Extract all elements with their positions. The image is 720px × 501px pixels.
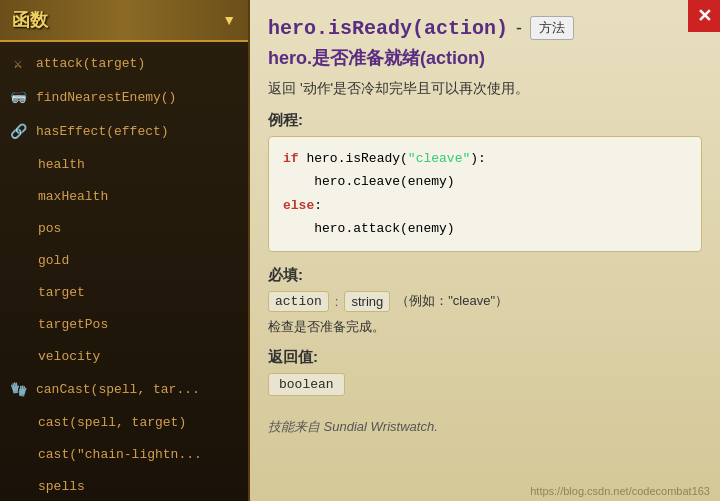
keyword-if: if — [283, 151, 299, 166]
code-line-3: else: — [283, 194, 687, 217]
sidebar-item-gold[interactable]: gold — [0, 244, 248, 276]
sidebar-item-spells[interactable]: spells — [0, 470, 248, 501]
chain-icon: 🔗 — [6, 119, 30, 143]
method-badge: 方法 — [530, 16, 574, 40]
code-line-4: hero.attack(enemy) — [283, 217, 687, 240]
code-line-1: if hero.isReady("cleave"): — [283, 147, 687, 170]
example-label: 例程: — [268, 111, 702, 130]
sidebar-label-maxHealth: maxHealth — [38, 189, 108, 204]
return-type: boolean — [268, 373, 345, 396]
required-label: 必填: — [268, 266, 702, 285]
param-type: string — [344, 291, 390, 312]
sidebar-label-castTarget: cast(spell, target) — [38, 415, 186, 430]
glasses-icon: 🥽 — [6, 85, 30, 109]
sidebar-item-maxHealth[interactable]: maxHealth — [0, 180, 248, 212]
code-line-2: hero.cleave(enemy) — [283, 170, 687, 193]
sidebar-item-targetPos[interactable]: targetPos — [0, 308, 248, 340]
sidebar-label-spells: spells — [38, 479, 85, 494]
code-call-1: hero.isReady( — [306, 151, 407, 166]
code-paren-1: ): — [470, 151, 486, 166]
detail-dash: - — [516, 18, 522, 39]
sidebar-label-target: target — [38, 285, 85, 300]
sword-icon: ⚔ — [6, 51, 30, 75]
param-colon: : — [335, 294, 339, 309]
sidebar-label-attack: attack(target) — [36, 56, 145, 71]
return-label: 返回值: — [268, 348, 702, 367]
sidebar-title: 函数 — [12, 8, 48, 32]
glove-icon: 🧤 — [6, 377, 30, 401]
sidebar-label-health: health — [38, 157, 85, 172]
watermark: https://blog.csdn.net/codecombat163 — [530, 485, 710, 497]
sidebar-label-targetPos: targetPos — [38, 317, 108, 332]
string-cleave-1: "cleave" — [408, 151, 470, 166]
sidebar-arrow-icon: ▼ — [222, 12, 236, 28]
sidebar-item-findNearestEnemy[interactable]: 🥽 findNearestEnemy() — [0, 80, 248, 114]
detail-description: 返回 '动作'是否冷却完毕且可以再次使用。 — [268, 78, 702, 99]
sidebar-item-health[interactable]: health — [0, 148, 248, 180]
code-indent-2: hero.cleave(enemy) — [283, 174, 455, 189]
sidebar-header: 函数 ▼ — [0, 0, 248, 42]
param-line: action : string （例如："cleave"） — [268, 291, 702, 312]
close-icon: ✕ — [697, 5, 712, 27]
code-indent-4: hero.attack(enemy) — [283, 221, 455, 236]
code-block: if hero.isReady("cleave"): hero.cleave(e… — [268, 136, 702, 252]
detail-title-chinese: hero.是否准备就绪(action) — [268, 46, 702, 70]
sidebar-item-canCast[interactable]: 🧤 canCast(spell, tar... — [0, 372, 248, 406]
sidebar-label-canCast: canCast(spell, tar... — [36, 382, 200, 397]
param-example: （例如："cleave"） — [396, 292, 508, 310]
sidebar-item-velocity[interactable]: velocity — [0, 340, 248, 372]
keyword-else: else — [283, 198, 314, 213]
detail-title-code: hero.isReady(action) — [268, 17, 508, 40]
sidebar-label-hasEffect: hasEffect(effect) — [36, 124, 169, 139]
must-section: 必填: action : string （例如："cleave"） 检查是否准备… — [268, 266, 702, 336]
title-line: hero.isReady(action) - 方法 — [268, 16, 702, 40]
sidebar-label-gold: gold — [38, 253, 69, 268]
sidebar-label-castChain: cast("chain-lightn... — [38, 447, 202, 462]
sidebar-label-velocity: velocity — [38, 349, 100, 364]
sidebar-item-attack[interactable]: ⚔ attack(target) — [0, 46, 248, 80]
sidebar-item-target[interactable]: target — [0, 276, 248, 308]
return-section: 返回值: boolean — [268, 348, 702, 406]
close-button[interactable]: ✕ — [688, 0, 720, 32]
sidebar-label-pos: pos — [38, 221, 61, 236]
sidebar-item-castTarget[interactable]: cast(spell, target) — [0, 406, 248, 438]
code-colon-3: : — [314, 198, 322, 213]
param-check: 检查是否准备完成。 — [268, 318, 702, 336]
sidebar-item-castChain[interactable]: cast("chain-lightn... — [0, 438, 248, 470]
sidebar: 函数 ▼ ⚔ attack(target) 🥽 findNearestEnemy… — [0, 0, 250, 501]
sidebar-items-list: ⚔ attack(target) 🥽 findNearestEnemy() 🔗 … — [0, 42, 248, 501]
sidebar-item-hasEffect[interactable]: 🔗 hasEffect(effect) — [0, 114, 248, 148]
sidebar-label-findNearestEnemy: findNearestEnemy() — [36, 90, 176, 105]
sidebar-item-pos[interactable]: pos — [0, 212, 248, 244]
param-name: action — [268, 291, 329, 312]
detail-panel: ✕ hero.isReady(action) - 方法 hero.是否准备就绪(… — [250, 0, 720, 501]
source-text: 技能来自 Sundial Wristwatch. — [268, 418, 702, 436]
